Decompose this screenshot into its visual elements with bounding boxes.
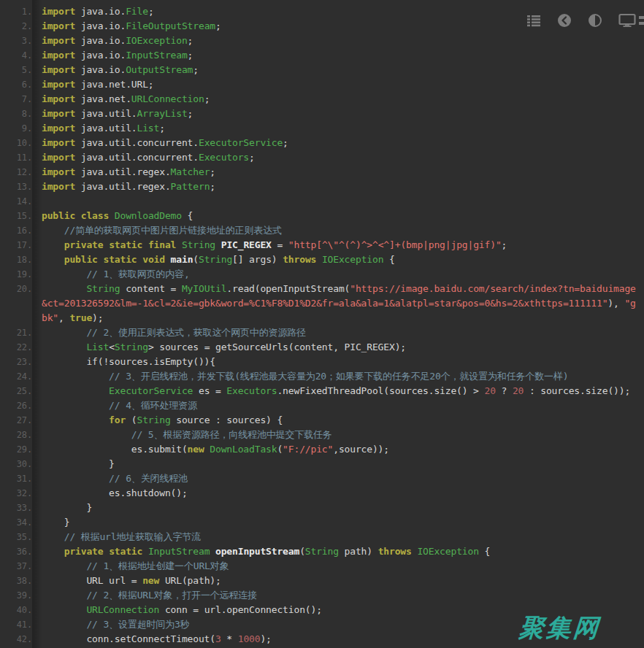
code-line: 28. // 5、根据资源路径，向线程池中提交下载任务 (0, 428, 644, 442)
line-number: 22. (0, 340, 32, 355)
monitor-icon[interactable] (618, 13, 636, 28)
code-line-text: es.submit(new DownLoadTask("F://pic",sou… (32, 442, 644, 457)
code-line: 5.import java.io.OutputStream; (0, 63, 644, 77)
line-number: 24. (0, 369, 32, 384)
line-number: 25. (0, 384, 32, 398)
code-line-text: for (String source : sources) { (32, 413, 644, 428)
code-line-text: URL url = new URL(path); (32, 574, 644, 588)
code-line-text: private static InputStream openInputStre… (32, 544, 644, 559)
code-line-text: import java.io.IOException; (32, 34, 644, 48)
code-line-text: String content = MyIOUtil.read(openInput… (32, 282, 644, 296)
code-line-text: // 根据url地址获取输入字节流 (32, 530, 644, 544)
line-number: 12. (0, 165, 32, 180)
code-line: 4.import java.io.InputStream; (0, 48, 644, 63)
code-line-text: import java.io.InputStream; (32, 48, 644, 63)
line-number: 41. (0, 617, 32, 632)
back-circle-icon[interactable] (557, 13, 572, 28)
code-line: 8.import java.util.ArrayList; (0, 107, 644, 121)
line-number: 35. (0, 530, 32, 544)
code-line-text: List<String> sources = getSourceUrls(con… (32, 340, 644, 355)
code-line-text: // 3、开启线程池，并发下载(线程池最大容量为20；如果要下载的任务不足20个… (32, 369, 644, 384)
line-number: 40. (0, 603, 32, 617)
code-line: 6.import java.net.URL; (0, 77, 644, 92)
code-line: 25. ExecutorService es = Executors.newFi… (0, 384, 644, 398)
code-line-text: } (32, 501, 644, 515)
code-line-text: // 2、根据URL对象，打开一个远程连接 (32, 588, 644, 603)
code-line-text: import java.util.concurrent.ExecutorServ… (32, 136, 644, 150)
line-number: 29. (0, 442, 32, 457)
list-icon[interactable] (526, 13, 541, 28)
code-line-text (32, 194, 644, 209)
code-line: 26. // 4、循环处理资源 (0, 398, 644, 413)
code-line-text: es.shutdown(); (32, 486, 644, 501)
contrast-icon[interactable] (588, 13, 602, 28)
line-number: 8. (0, 107, 32, 121)
line-number: 20. (0, 282, 32, 296)
code-line: 34. } (0, 515, 644, 530)
line-number: 39. (0, 588, 32, 603)
line-number: 36. (0, 544, 32, 559)
code-line: 12.import java.util.regex.Matcher; (0, 165, 644, 180)
line-number: 1. (0, 4, 32, 19)
line-number: 26. (0, 398, 32, 413)
line-number: 17. (0, 238, 32, 252)
line-number: 3. (0, 34, 32, 48)
code-line: 31. // 6、关闭线程池 (0, 471, 644, 486)
code-line-text: public static void main(String[] args) t… (32, 252, 644, 267)
more-icon-clipped[interactable] (639, 15, 644, 29)
code-line-text: import java.util.regex.Pattern; (32, 180, 644, 194)
line-number: 27. (0, 413, 32, 428)
line-number (0, 296, 32, 311)
code-line: 37. // 1、根据地址创建一个URL对象 (0, 559, 644, 574)
code-line: 35. // 根据url地址获取输入字节流 (0, 530, 644, 544)
code-line-text: // 4、循环处理资源 (32, 398, 644, 413)
code-line: 10.import java.util.concurrent.ExecutorS… (0, 136, 644, 150)
code-line-text: // 6、关闭线程池 (32, 471, 644, 486)
code-line: 23. if(!sources.isEmpty()){ (0, 355, 644, 369)
code-line: 18. public static void main(String[] arg… (0, 252, 644, 267)
line-number: 13. (0, 180, 32, 194)
code-line-text: private static final String PIC_REGEX = … (32, 238, 644, 252)
line-number: 6. (0, 77, 32, 92)
code-line-text: //简单的获取网页中图片图片链接地址的正则表达式 (32, 223, 644, 238)
code-line: 38. URL url = new URL(path); (0, 574, 644, 588)
code-line: 19. // 1、获取网页的内容, (0, 267, 644, 282)
line-number: 7. (0, 92, 32, 107)
line-number: 23. (0, 355, 32, 369)
code-line-text: &ct=201326592&lm=-1&cl=2&ie=gbk&word=%C1… (32, 296, 644, 311)
code-line: bk", true); (0, 311, 644, 325)
line-number: 38. (0, 574, 32, 588)
line-number: 15. (0, 209, 32, 223)
line-number: 37. (0, 559, 32, 574)
line-number: 4. (0, 48, 32, 63)
line-number: 2. (0, 19, 32, 34)
line-number: 9. (0, 121, 32, 136)
line-number: 19. (0, 267, 32, 282)
code-line-text: public class DownloadDemo { (32, 209, 644, 223)
code-line: 27. for (String source : sources) { (0, 413, 644, 428)
line-number: 11. (0, 150, 32, 165)
code-line: 15.public class DownloadDemo { (0, 209, 644, 223)
line-number: 21. (0, 325, 32, 340)
code-line-text: import java.util.ArrayList; (32, 107, 644, 121)
code-line-text: } (32, 515, 644, 530)
line-number: 34. (0, 515, 32, 530)
line-number: 42. (0, 632, 32, 647)
code-line: &ct=201326592&lm=-1&cl=2&ie=gbk&word=%C1… (0, 296, 644, 311)
code-line: 3.import java.io.IOException; (0, 34, 644, 48)
code-line-text: bk", true); (32, 311, 644, 325)
code-line-text: ExecutorService es = Executors.newFixedT… (32, 384, 644, 398)
code-line: 11.import java.util.concurrent.Executors… (0, 150, 644, 165)
code-line-text: import java.io.OutputStream; (32, 63, 644, 77)
line-number: 14. (0, 194, 32, 209)
code-line-text: // 1、根据地址创建一个URL对象 (32, 559, 644, 574)
code-line: 32. es.shutdown(); (0, 486, 644, 501)
line-number: 10. (0, 136, 32, 150)
code-line-text: // 1、获取网页的内容, (32, 267, 644, 282)
line-number: 32. (0, 486, 32, 501)
code-line: 36. private static InputStream openInput… (0, 544, 644, 559)
code-toolbar (526, 13, 636, 28)
code-line: 7.import java.net.URLConnection; (0, 92, 644, 107)
code-line: 9.import java.util.List; (0, 121, 644, 136)
code-line-text: // 5、根据资源路径，向线程池中提交下载任务 (32, 428, 644, 442)
